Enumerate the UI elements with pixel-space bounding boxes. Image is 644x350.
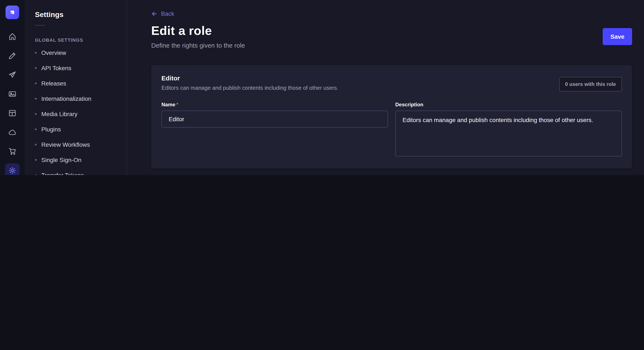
- sidebar-item-label: Internationalization: [41, 95, 91, 102]
- cloud-icon[interactable]: [0, 123, 25, 142]
- bullet-icon: [35, 174, 37, 175]
- sidebar-item-overview[interactable]: Overview: [25, 45, 126, 60]
- sidebar-item-single-sign-on[interactable]: Single Sign-On: [25, 152, 126, 168]
- sidebar-item-transfer-tokens[interactable]: Transfer Tokens: [25, 168, 126, 175]
- marketplace-cart-icon[interactable]: [0, 142, 25, 161]
- description-label: Description: [395, 101, 622, 107]
- sidebar-item-label: Single Sign-On: [41, 157, 81, 163]
- bullet-icon: [35, 67, 37, 69]
- sidebar-item-api-tokens[interactable]: API Tokens: [25, 60, 126, 76]
- page-header: Edit a role Define the rights given to t…: [151, 24, 632, 49]
- page-title: Edit a role: [151, 24, 245, 38]
- users-with-role-button[interactable]: 0 users with this role: [559, 77, 622, 91]
- sidebar-item-label: API Tokens: [41, 65, 71, 71]
- bullet-icon: [35, 98, 37, 100]
- sidebar-item-label: Overview: [41, 49, 66, 56]
- sidebar-item-label: Releases: [41, 80, 66, 87]
- rail-nav: [0, 27, 25, 175]
- back-link[interactable]: Back: [151, 10, 174, 17]
- sidebar-item-label: Media Library: [41, 111, 78, 117]
- bullet-icon: [35, 82, 37, 84]
- role-details-card: Editor Editors can manage and publish co…: [151, 65, 632, 168]
- sidebar-item-label: Transfer Tokens: [41, 172, 84, 175]
- bullet-icon: [35, 52, 37, 54]
- sidebar-title-divider: [35, 25, 45, 25]
- strapi-logo[interactable]: [6, 5, 19, 19]
- back-arrow-icon: [151, 10, 158, 17]
- settings-sidebar: Settings GLOBAL SETTINGS Overview API To…: [25, 0, 127, 175]
- strapi-logo-glyph: [8, 8, 16, 16]
- main-content: Back Edit a role Define the rights given…: [127, 0, 644, 175]
- nav-rail: KD: [0, 0, 25, 175]
- sidebar-item-review-workflows[interactable]: Review Workflows: [25, 137, 126, 152]
- bullet-icon: [35, 159, 37, 161]
- save-button[interactable]: Save: [603, 28, 632, 45]
- home-icon[interactable]: [0, 27, 25, 46]
- bullet-icon: [35, 144, 37, 146]
- app-root: KD Settings GLOBAL SETTINGS Overview API…: [0, 0, 644, 175]
- section-global-settings: GLOBAL SETTINGS: [25, 31, 126, 45]
- sidebar-title: Settings: [35, 11, 116, 19]
- back-label: Back: [161, 10, 174, 17]
- description-textarea[interactable]: Editors can manage and publish contents …: [395, 110, 622, 156]
- releases-paper-plane-icon[interactable]: [0, 65, 25, 84]
- name-label: Name*: [162, 101, 388, 107]
- content-manager-layout-icon[interactable]: [0, 103, 25, 123]
- name-input[interactable]: [162, 110, 388, 127]
- sidebar-item-label: Plugins: [41, 126, 61, 133]
- page-subtitle: Define the rights given to the role: [151, 41, 245, 49]
- settings-gear-icon[interactable]: [0, 161, 25, 175]
- sidebar-item-label: Review Workflows: [41, 141, 90, 148]
- bullet-icon: [35, 113, 37, 115]
- sidebar-item-internationalization[interactable]: Internationalization: [25, 91, 126, 106]
- role-title: Editor: [162, 74, 338, 81]
- sidebar-item-media-library[interactable]: Media Library: [25, 106, 126, 122]
- sidebar-item-plugins[interactable]: Plugins: [25, 122, 126, 137]
- role-subtitle: Editors can manage and publish contents …: [162, 84, 338, 91]
- bullet-icon: [35, 128, 37, 130]
- sidebar-item-releases[interactable]: Releases: [25, 76, 126, 91]
- media-library-icon[interactable]: [0, 84, 25, 103]
- required-asterisk: *: [176, 101, 178, 107]
- content-type-builder-icon[interactable]: [0, 46, 25, 65]
